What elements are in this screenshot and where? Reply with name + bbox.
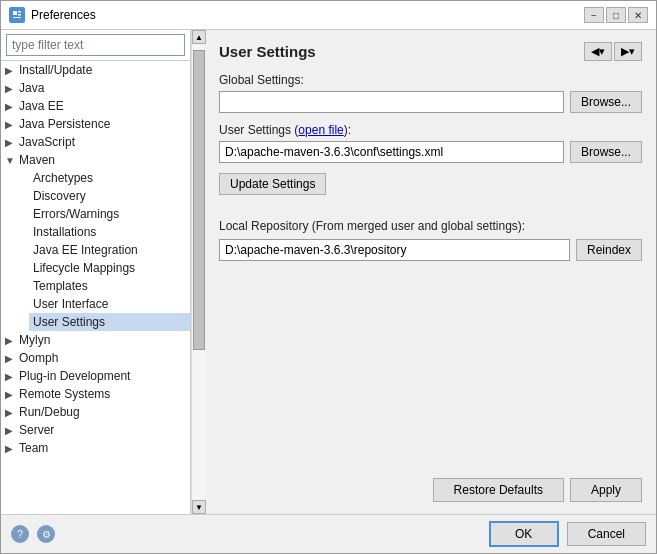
sidebar-item-label: Run/Debug bbox=[19, 405, 186, 419]
restore-apply-bar: Restore Defaults Apply bbox=[219, 478, 642, 502]
user-settings-row: Browse... bbox=[219, 141, 642, 163]
update-settings-wrap: Update Settings bbox=[219, 173, 642, 195]
sidebar-item-label: JavaScript bbox=[19, 135, 186, 149]
reindex-button[interactable]: Reindex bbox=[576, 239, 642, 261]
ok-button[interactable]: OK bbox=[489, 521, 559, 547]
sidebar-item-label: Java EE bbox=[19, 99, 186, 113]
sidebar-item-label: Maven bbox=[19, 153, 186, 167]
sidebar-scrollbar[interactable]: ▲ ▼ bbox=[191, 30, 205, 514]
update-settings-button[interactable]: Update Settings bbox=[219, 173, 326, 195]
svg-rect-3 bbox=[18, 14, 21, 16]
sidebar-item-install-update[interactable]: ▶ Install/Update bbox=[1, 61, 190, 79]
expand-arrow: ▶ bbox=[5, 119, 19, 130]
forward-dropdown-icon: ▾ bbox=[629, 45, 635, 58]
tree-area: ▶ Install/Update ▶ Java ▶ Java EE ▶ Java… bbox=[1, 61, 190, 514]
expand-arrow: ▶ bbox=[5, 83, 19, 94]
sidebar-item-lifecycle-mappings[interactable]: Lifecycle Mappings bbox=[29, 259, 190, 277]
sidebar-item-errors-warnings[interactable]: Errors/Warnings bbox=[29, 205, 190, 223]
global-settings-input[interactable] bbox=[219, 91, 564, 113]
sidebar-item-run-debug[interactable]: ▶ Run/Debug bbox=[1, 403, 190, 421]
expand-arrow: ▶ bbox=[5, 389, 19, 400]
open-file-link[interactable]: open file bbox=[298, 123, 343, 137]
sidebar-item-user-interface[interactable]: User Interface bbox=[29, 295, 190, 313]
sidebar-item-maven[interactable]: ▼ Maven bbox=[1, 151, 190, 169]
preferences-window: Preferences − □ ✕ ▶ Install/Update ▶ bbox=[0, 0, 657, 554]
sidebar-item-java-persistence[interactable]: ▶ Java Persistence bbox=[1, 115, 190, 133]
maximize-button[interactable]: □ bbox=[606, 7, 626, 23]
user-settings-label-text: User Settings ( bbox=[219, 123, 298, 137]
sidebar-item-discovery[interactable]: Discovery bbox=[29, 187, 190, 205]
expand-arrow: ▶ bbox=[5, 425, 19, 436]
forward-button[interactable]: ▶ ▾ bbox=[614, 42, 642, 61]
svg-rect-2 bbox=[18, 11, 21, 13]
sidebar-item-label: Mylyn bbox=[19, 333, 186, 347]
window-title: Preferences bbox=[31, 8, 578, 22]
apply-button[interactable]: Apply bbox=[570, 478, 642, 502]
sidebar-item-installations[interactable]: Installations bbox=[29, 223, 190, 241]
expand-arrow: ▶ bbox=[5, 101, 19, 112]
main-panel: User Settings ◀ ▾ ▶ ▾ Global Settings: B… bbox=[205, 30, 656, 514]
bottom-bar: ? ⚙ OK Cancel bbox=[1, 514, 656, 553]
sidebar-item-label: Plug-in Development bbox=[19, 369, 186, 383]
sidebar-item-label: Oomph bbox=[19, 351, 186, 365]
local-repo-row: Reindex bbox=[219, 239, 642, 261]
content-area: ▶ Install/Update ▶ Java ▶ Java EE ▶ Java… bbox=[1, 30, 656, 514]
sidebar-item-label: Java Persistence bbox=[19, 117, 186, 131]
maven-children: Archetypes Discovery Errors/Warnings Ins… bbox=[1, 169, 190, 331]
scrollbar-thumb[interactable] bbox=[193, 50, 205, 350]
sidebar-item-label: Templates bbox=[33, 279, 186, 293]
user-settings-label: User Settings (open file): bbox=[219, 123, 642, 137]
local-repo-input[interactable] bbox=[219, 239, 570, 261]
user-settings-browse-button[interactable]: Browse... bbox=[570, 141, 642, 163]
spacer bbox=[219, 271, 642, 470]
panel-nav: ◀ ▾ ▶ ▾ bbox=[584, 42, 642, 61]
panel-header: User Settings ◀ ▾ ▶ ▾ bbox=[219, 42, 642, 61]
sidebar-item-oomph[interactable]: ▶ Oomph bbox=[1, 349, 190, 367]
back-button[interactable]: ◀ ▾ bbox=[584, 42, 612, 61]
sidebar-item-templates[interactable]: Templates bbox=[29, 277, 190, 295]
svg-rect-1 bbox=[13, 11, 17, 15]
minimize-button[interactable]: − bbox=[584, 7, 604, 23]
back-icon: ◀ bbox=[591, 45, 599, 58]
window-controls: − □ ✕ bbox=[584, 7, 648, 23]
expand-arrow: ▶ bbox=[5, 65, 19, 76]
filter-wrap bbox=[1, 30, 190, 61]
sidebar-item-server[interactable]: ▶ Server bbox=[1, 421, 190, 439]
scroll-down-button[interactable]: ▼ bbox=[192, 500, 206, 514]
close-button[interactable]: ✕ bbox=[628, 7, 648, 23]
settings-icon[interactable]: ⚙ bbox=[37, 525, 55, 543]
sidebar-item-label: Java bbox=[19, 81, 186, 95]
back-dropdown-icon: ▾ bbox=[599, 45, 605, 58]
expand-arrow: ▶ bbox=[5, 335, 19, 346]
sidebar-item-javascript[interactable]: ▶ JavaScript bbox=[1, 133, 190, 151]
scroll-up-button[interactable]: ▲ bbox=[192, 30, 206, 44]
filter-input[interactable] bbox=[6, 34, 185, 56]
sidebar-item-plugin-development[interactable]: ▶ Plug-in Development bbox=[1, 367, 190, 385]
restore-defaults-button[interactable]: Restore Defaults bbox=[433, 478, 564, 502]
sidebar-item-java-ee-integration[interactable]: Java EE Integration bbox=[29, 241, 190, 259]
local-repo-section: Local Repository (From merged user and g… bbox=[219, 219, 642, 271]
user-settings-input[interactable] bbox=[219, 141, 564, 163]
global-settings-label: Global Settings: bbox=[219, 73, 642, 87]
expand-arrow: ▼ bbox=[5, 155, 19, 166]
sidebar-item-user-settings[interactable]: User Settings bbox=[29, 313, 190, 331]
sidebar-item-java-ee[interactable]: ▶ Java EE bbox=[1, 97, 190, 115]
sidebar-item-label: Install/Update bbox=[19, 63, 186, 77]
help-icon[interactable]: ? bbox=[11, 525, 29, 543]
sidebar-item-java[interactable]: ▶ Java bbox=[1, 79, 190, 97]
global-settings-browse-button[interactable]: Browse... bbox=[570, 91, 642, 113]
sidebar-item-mylyn[interactable]: ▶ Mylyn bbox=[1, 331, 190, 349]
sidebar-item-label: Team bbox=[19, 441, 186, 455]
expand-arrow: ▶ bbox=[5, 371, 19, 382]
sidebar-item-team[interactable]: ▶ Team bbox=[1, 439, 190, 457]
sidebar-item-label: Lifecycle Mappings bbox=[33, 261, 186, 275]
sidebar-item-label: Remote Systems bbox=[19, 387, 186, 401]
sidebar-item-label: Errors/Warnings bbox=[33, 207, 186, 221]
sidebar-item-label: Discovery bbox=[33, 189, 186, 203]
forward-icon: ▶ bbox=[621, 45, 629, 58]
sidebar-item-archetypes[interactable]: Archetypes bbox=[29, 169, 190, 187]
cancel-button[interactable]: Cancel bbox=[567, 522, 646, 546]
local-repo-label: Local Repository (From merged user and g… bbox=[219, 219, 642, 233]
expand-arrow: ▶ bbox=[5, 407, 19, 418]
sidebar-item-remote-systems[interactable]: ▶ Remote Systems bbox=[1, 385, 190, 403]
